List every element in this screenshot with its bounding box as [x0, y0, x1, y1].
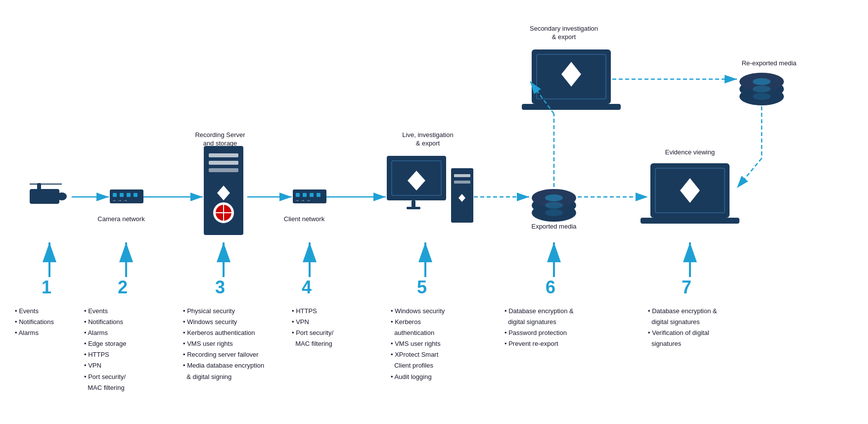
svg-point-60 [753, 78, 771, 85]
svg-rect-15 [134, 193, 137, 197]
svg-line-65 [737, 158, 762, 188]
svg-text:→ → →: → → → [112, 198, 128, 203]
svg-rect-36 [407, 207, 420, 209]
client-network-label: Client network [279, 215, 329, 224]
list-6: Database encryption & digital signatures… [504, 306, 574, 349]
svg-point-61 [753, 86, 771, 93]
svg-text:→ → →: → → → [295, 198, 311, 203]
svg-rect-7 [30, 189, 59, 204]
svg-rect-35 [411, 200, 415, 207]
svg-rect-12 [113, 193, 117, 197]
reexported-media-label: Re-exported media [737, 59, 801, 68]
svg-rect-13 [120, 193, 124, 197]
svg-rect-52 [640, 218, 739, 224]
list-4: HTTPS VPN Port security/ MAC filtering [292, 306, 333, 349]
secondary-investigation-label: Secondary investigation& export [514, 25, 613, 42]
list-7: Database encryption & digital signatures… [648, 306, 717, 349]
live-investigation-label: Live, investigation& export [391, 131, 465, 148]
svg-rect-39 [454, 181, 470, 184]
recording-server-label: Recording Serverand storage [183, 131, 257, 148]
number-3: 3 [215, 277, 225, 298]
exported-media-label: Exported media [529, 223, 579, 231]
svg-point-62 [753, 93, 771, 100]
list-1: Events Notifications Alarms [15, 306, 54, 338]
svg-rect-14 [127, 193, 131, 197]
list-5: Windows security Kerberos authentication… [391, 306, 445, 382]
number-7: 7 [682, 277, 691, 298]
svg-rect-18 [209, 153, 238, 157]
svg-point-46 [545, 202, 563, 209]
diagram-container: → → → → → → [0, 0, 868, 424]
svg-rect-29 [310, 193, 314, 197]
svg-point-45 [545, 194, 563, 201]
svg-point-47 [545, 209, 563, 216]
svg-rect-20 [209, 168, 238, 172]
svg-rect-38 [454, 174, 470, 177]
number-5: 5 [417, 277, 427, 298]
svg-rect-28 [303, 193, 307, 197]
number-4: 4 [302, 277, 312, 298]
svg-rect-19 [209, 161, 238, 165]
evidence-viewing-label: Evidence viewing [648, 148, 732, 157]
camera-network-label: Camera network [96, 215, 146, 224]
list-2: Events Notifications Alarms Edge storage… [84, 306, 127, 393]
number-6: 6 [546, 277, 555, 298]
number-1: 1 [42, 277, 51, 298]
svg-rect-56 [522, 104, 621, 110]
svg-point-8 [57, 192, 67, 200]
svg-rect-30 [317, 193, 320, 197]
svg-rect-27 [296, 193, 300, 197]
list-3: Physical security Windows security Kerbe… [183, 306, 264, 382]
number-2: 2 [118, 277, 128, 298]
